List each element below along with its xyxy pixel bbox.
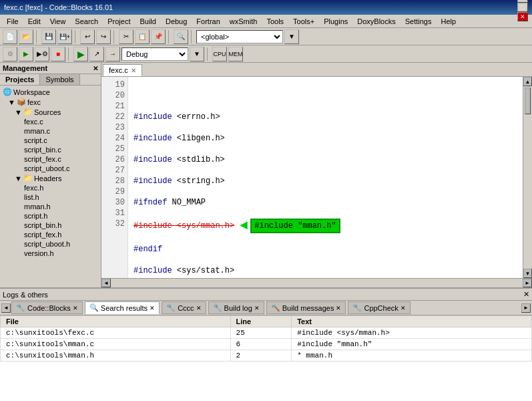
scroll-left-button[interactable]: ◄ (101, 279, 111, 287)
tab-fexc-c[interactable]: fexc.c ✕ (103, 64, 142, 76)
tree-list-h[interactable]: list.h (1, 192, 99, 202)
new-button[interactable]: 📄 (3, 29, 17, 44)
debug-combo[interactable]: Debug (121, 47, 188, 61)
tabs-scroll-left[interactable]: ◄ (1, 303, 11, 313)
sep6 (68, 47, 71, 61)
code-line-24: #ifndef NO_MMAP (134, 197, 517, 208)
build-log-tab-close[interactable]: ✕ (254, 305, 260, 311)
debug-combo-dropdown[interactable]: ▼ (190, 47, 204, 61)
cccc-tab-close[interactable]: ✕ (196, 305, 202, 311)
tab-codeblocks[interactable]: 🔧 Code::Blocks ✕ (11, 301, 83, 314)
sep5 (191, 30, 194, 43)
scroll-thumb[interactable] (525, 88, 531, 114)
save-all-button[interactable]: 💾+ (57, 29, 72, 44)
tree-headers[interactable]: ▼📁 Headers (1, 173, 99, 183)
tree-fexc-c[interactable]: fexc.c (1, 117, 99, 126)
menu-plugins[interactable]: Plugins (320, 17, 352, 26)
scroll-up-button[interactable]: ▲ (523, 77, 532, 86)
tab-fexc-c-close[interactable]: ✕ (131, 67, 136, 74)
build-button[interactable]: ⚙ (3, 47, 17, 61)
paste-button[interactable]: 📌 (151, 29, 166, 44)
tree-fexc[interactable]: ▼📦 fexc (1, 97, 99, 107)
menu-search[interactable]: Search (71, 17, 102, 26)
global-combo[interactable]: <global> (196, 30, 283, 43)
menu-tools-plus[interactable]: Tools+ (289, 17, 318, 26)
tab-search-results[interactable]: 🔍 Search results ✕ (85, 301, 160, 314)
tab-cppcheck[interactable]: 🔧 CppCheck ✕ (348, 301, 410, 314)
table-row[interactable]: c:\sunxitools\mman.h2* mman.h (1, 350, 532, 362)
stop-button[interactable]: ■ (51, 47, 65, 61)
menu-build[interactable]: Build (136, 17, 160, 26)
combo-dropdown[interactable]: ▼ (284, 29, 299, 44)
tree-version-h[interactable]: version.h (1, 249, 99, 258)
run-button[interactable]: ▶ (19, 47, 33, 61)
tree-script-uboot-c[interactable]: script_uboot.c (1, 164, 99, 173)
close-button[interactable]: ✕ (517, 12, 528, 21)
debug-button[interactable]: ▶ (73, 47, 88, 61)
maximize-button[interactable]: □ (517, 3, 528, 12)
sep3 (113, 30, 116, 43)
tree-script-bin-c[interactable]: script_bin.c (1, 145, 99, 154)
table-row[interactable]: c:\sunxitools\mman.c6#include "mman.h" (1, 339, 532, 350)
tab-symbols[interactable]: Symbols (40, 74, 79, 85)
codeblocks-tab-close[interactable]: ✕ (73, 305, 78, 311)
tree-fexc-h[interactable]: fexc.h (1, 183, 99, 192)
bottom-panel-close[interactable]: ✕ (523, 290, 529, 299)
tree-script-bin-h[interactable]: script_bin.h (1, 221, 99, 230)
next-button[interactable]: → (105, 47, 120, 61)
tree-script-fex-c[interactable]: script_fex.c (1, 154, 99, 164)
tree-script-uboot-h[interactable]: script_uboot.h (1, 239, 99, 249)
open-button[interactable]: 📂 (19, 29, 33, 44)
search-results-tab-close[interactable]: ✕ (150, 305, 155, 311)
tab-projects[interactable]: Projects (0, 74, 40, 85)
find-button[interactable]: 🔍 (174, 29, 188, 44)
tree-workspace[interactable]: 🌐 Workspace (1, 87, 99, 97)
horizontal-scrollbar[interactable]: ◄ ► (101, 278, 532, 287)
menu-fortran[interactable]: Fortran (192, 17, 224, 26)
h-scroll-track[interactable] (111, 279, 523, 287)
tree-script-fex-h[interactable]: script_fex.h (1, 230, 99, 239)
build-messages-tab-close[interactable]: ✕ (336, 305, 341, 311)
menu-file[interactable]: File (3, 17, 23, 26)
menu-tools[interactable]: Tools (262, 17, 288, 26)
redo-button[interactable]: ↪ (96, 29, 111, 44)
tree-mman-h[interactable]: mman.h (1, 202, 99, 211)
title-text: fexc.c [fexc] - Code::Blocks 16.01 (4, 3, 113, 11)
menu-settings[interactable]: Settings (401, 17, 436, 26)
menu-project[interactable]: Project (103, 17, 134, 26)
tree-sources[interactable]: ▼📁 Sources (1, 107, 99, 117)
code-editor[interactable]: #include <errno.h> #include <libgen.h> #… (128, 77, 523, 278)
scroll-down-button[interactable]: ▼ (523, 269, 532, 278)
management-label: Management (3, 64, 47, 72)
tab-cccc[interactable]: 🔧 Cccc ✕ (162, 301, 206, 314)
menu-edit[interactable]: Edit (24, 17, 45, 26)
continue-button[interactable]: ↗ (89, 47, 104, 61)
menu-doxyblocks[interactable]: DoxyBlocks (353, 17, 399, 26)
save-button[interactable]: 💾 (41, 29, 56, 44)
vertical-scrollbar[interactable]: ▲ ▼ (523, 77, 532, 278)
tabs-scroll-right[interactable]: ► (521, 303, 531, 313)
mman-c-label: mman.c (24, 127, 50, 135)
scroll-track[interactable] (523, 86, 532, 269)
cpu-registers-button[interactable]: CPU (212, 47, 227, 61)
undo-button[interactable]: ↩ (80, 29, 95, 44)
tree-script-h[interactable]: script.h (1, 211, 99, 221)
menu-help[interactable]: Help (437, 17, 460, 26)
cppcheck-tab-close[interactable]: ✕ (401, 305, 406, 311)
scroll-right-button[interactable]: ► (523, 279, 532, 287)
copy-button[interactable]: 📋 (135, 29, 150, 44)
menu-wxsmith[interactable]: wxSmith (226, 17, 262, 26)
tab-build-messages[interactable]: 🔨 Build messages ✕ (266, 301, 346, 314)
cut-button[interactable]: ✂ (119, 29, 134, 44)
mem-button[interactable]: MEM (228, 47, 243, 61)
build-run-button[interactable]: ▶⚙ (35, 47, 49, 61)
tree-script-c[interactable]: script.c (1, 136, 99, 145)
table-row[interactable]: c:\sunxitools\fexc.c25#include <sys/mman… (1, 327, 532, 339)
build-log-icon: 🔧 (213, 303, 222, 312)
tree-mman-c[interactable]: mman.c (1, 126, 99, 136)
tab-build-log[interactable]: 🔧 Build log ✕ (208, 301, 264, 314)
menu-debug[interactable]: Debug (162, 17, 191, 26)
code-line-21: #include <libgen.h> (134, 133, 517, 144)
panel-close-button[interactable]: ✕ (93, 65, 98, 72)
menu-view[interactable]: View (46, 17, 70, 26)
